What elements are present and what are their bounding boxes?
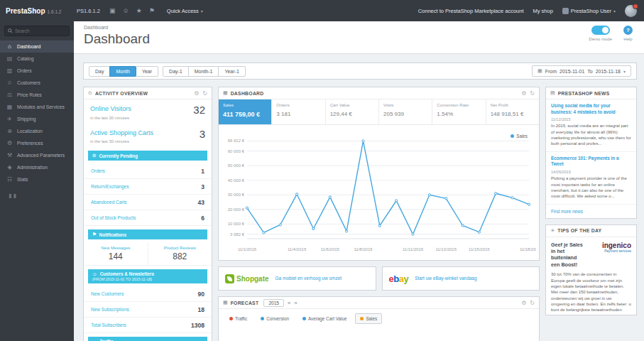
forecast-toggle-sales[interactable]: Sales [355, 313, 382, 324]
sidebar-collapse-button[interactable]: ▮▮ [0, 185, 74, 199]
date-range-picker[interactable]: ▦ From 2015-11-01 To 2015-11-18 ▾ [532, 65, 631, 77]
forecast-toggle-conversion[interactable]: Conversion [256, 313, 294, 324]
new-messages-cell[interactable]: New Messages 144 [84, 242, 148, 265]
demo-mode-toggle[interactable] [591, 26, 610, 35]
gear-icon[interactable]: ⚙ [521, 300, 526, 306]
news-item-title-link[interactable]: Using social media for your business: 4 … [551, 103, 631, 115]
sidebar-search[interactable] [4, 26, 70, 36]
refresh-icon[interactable]: ↻ [202, 90, 207, 97]
sidebar-item-catalog[interactable]: ▤ Catalog [0, 53, 74, 65]
find-more-news-link[interactable]: Find more news [546, 205, 636, 218]
ingenico-logo[interactable]: ingenico Payment services [587, 242, 631, 268]
svg-text:10 000 €: 10 000 € [228, 222, 245, 226]
filter-day-1-button[interactable]: Day-1 [163, 66, 189, 77]
filter-year-1-button[interactable]: Year-1 [218, 66, 245, 77]
product-reviews-cell[interactable]: Product Reviews 882 [148, 242, 212, 265]
help-icon[interactable]: ? [623, 26, 633, 35]
online-visitors-row: Online Visitors 32 [84, 99, 212, 116]
marketplace-connect-link[interactable]: Connect to PrestaShop Marketplace accoun… [418, 8, 524, 14]
shopgate-ad-link[interactable]: Ga mobiel en verhoog uw omzet [275, 276, 342, 281]
sidebar-item-shipping[interactable]: ✈ Shipping [0, 113, 74, 125]
total-subscribers-value: 1308 [191, 322, 204, 329]
new-messages-value: 144 [85, 251, 146, 261]
gear-icon[interactable]: ⚙ [194, 90, 199, 97]
refresh-icon[interactable]: ↻ [530, 90, 535, 97]
sidebar-item-preferences[interactable]: ⚙ Preferences [0, 137, 74, 149]
online-visitors-value: 32 [193, 105, 205, 115]
customers-quick-icon[interactable]: ☺ [122, 7, 129, 14]
pending-returns-row: Return/Exchanges 3 [84, 179, 212, 195]
news-item-title-link[interactable]: Ecommerce 101: Payments in a Tweet [551, 156, 631, 168]
forecast-toggle-label: Sales [366, 316, 377, 321]
gear-icon[interactable]: ⚙ [521, 90, 526, 97]
kpi-orders[interactable]: Orders 3 181 [272, 99, 325, 124]
forecast-toggle-average-cart-value[interactable]: Average Cart Value [298, 313, 351, 324]
sidebar-item-localization[interactable]: ⊕ Localization [0, 125, 74, 137]
shop-icon[interactable]: ▣ [109, 7, 116, 14]
total-subscribers-link[interactable]: Total Subscribers [91, 323, 126, 328]
forecast-toggle-traffic[interactable]: Traffic [224, 313, 252, 324]
sidebar-item-dashboard[interactable]: ⌂ Dashboard [0, 40, 74, 53]
sidebar-item-price-rules[interactable]: ⚖ Price Rules [0, 89, 74, 101]
advanced-parameters-icon: ⚒ [6, 152, 13, 158]
filter-year-button[interactable]: Year [136, 66, 158, 77]
kpi-orders-value: 3 181 [276, 111, 320, 117]
refresh-icon[interactable]: ↻ [530, 300, 535, 306]
flag-icon[interactable]: ⚑ [149, 7, 155, 14]
notifications-title: Notifications [99, 232, 126, 237]
chart-legend: Sales [511, 134, 528, 139]
new-messages-label: New Messages [85, 246, 146, 250]
search-input[interactable] [15, 28, 65, 33]
filter-month-button[interactable]: Month [109, 66, 136, 77]
brand-version: 1.6.1.2 [48, 9, 62, 14]
sidebar: ⌂ Dashboard ▤ Catalog ▥ Orders ☺ Custome… [0, 21, 74, 341]
shopgate-ad[interactable]: Shopgate Ga mobiel en verhoog uw omzet [218, 266, 376, 291]
kpi-conversion-rate[interactable]: Conversion Rate 1.54% [432, 99, 486, 124]
pending-orders-link[interactable]: Orders [91, 168, 105, 173]
new-customers-link[interactable]: New Customers [91, 291, 124, 296]
modules-icon: ▦ [6, 104, 13, 110]
kpi-net-profit[interactable]: Net Profit 148 918,51 € [486, 99, 539, 124]
pending-returns-link[interactable]: Return/Exchanges [91, 184, 129, 189]
kpi-visits[interactable]: Visits 205 939 [379, 99, 432, 124]
ebay-ad[interactable]: ebay Start uw eBay-winkel vandaag [382, 266, 540, 291]
kpi-cart-value[interactable]: Cart Value 129,44 € [326, 99, 379, 124]
app-logo[interactable]: PrestaShop 1.6.1.2 [0, 7, 74, 15]
kpi-visits-label: Visits [383, 103, 427, 107]
topbar-right: Connect to PrestaShop Marketplace accoun… [418, 5, 644, 17]
filter-month-1-button[interactable]: Month-1 [188, 66, 219, 77]
forecast-next-button[interactable]: » [294, 300, 297, 306]
sidebar-item-customers[interactable]: ☺ Customers [0, 77, 74, 89]
svg-text:11/1/2015: 11/1/2015 [238, 247, 257, 251]
online-visitors-link[interactable]: Online Visitors [90, 105, 131, 112]
help-wrap: ? Help [623, 26, 633, 41]
breadcrumb[interactable]: Dashboard [84, 25, 635, 30]
range-button-group: Day Month Year [89, 66, 158, 77]
sidebar-item-stats[interactable]: ☷ Stats [0, 173, 74, 185]
svg-text:11/13/2015: 11/13/2015 [435, 247, 457, 251]
svg-text:11/8/2015: 11/8/2015 [354, 247, 373, 251]
tips-heading-link[interactable]: Geef je Sales in het buitenland een Boos… [551, 242, 584, 268]
svg-text:60 000 €: 60 000 € [228, 149, 245, 153]
sidebar-item-administration[interactable]: ◈ Administration [0, 161, 74, 173]
sidebar-item-modules[interactable]: ▦ Modules and Services [0, 101, 74, 113]
sidebar-item-orders[interactable]: ▥ Orders [0, 65, 74, 77]
star-icon[interactable]: ★ [136, 7, 142, 14]
product-reviews-label: Product Reviews [150, 246, 211, 250]
dashboard-panel: ▦ DASHBOARD ⚙ ↻ Sales 411 759,00 € Order… [218, 87, 540, 261]
quick-access-menu[interactable]: Quick Access ▾ [167, 8, 203, 14]
forecast-prev-button[interactable]: « [288, 300, 290, 306]
kpi-sales[interactable]: Sales 411 759,00 € [219, 99, 272, 124]
sidebar-item-label: Localization [17, 129, 43, 134]
active-carts-link[interactable]: Active Shopping Carts [90, 129, 153, 136]
user-menu[interactable]: PrestaShop User ▾ [562, 8, 616, 14]
forecast-year-select[interactable]: 2015 [263, 299, 283, 307]
notification-avatar[interactable] [625, 5, 637, 17]
filter-day-button[interactable]: Day [89, 66, 110, 77]
new-subscriptions-link[interactable]: New Subscriptions [91, 307, 129, 312]
sidebar-item-advanced-parameters[interactable]: ⚒ Advanced Parameters [0, 149, 74, 161]
my-shop-link[interactable]: My shop [533, 8, 553, 14]
ebay-ad-link[interactable]: Start uw eBay-winkel vandaag [415, 276, 476, 281]
out-of-stock-link[interactable]: Out of Stock Products [91, 215, 136, 220]
abandoned-carts-link[interactable]: Abandoned Carts [91, 200, 127, 205]
